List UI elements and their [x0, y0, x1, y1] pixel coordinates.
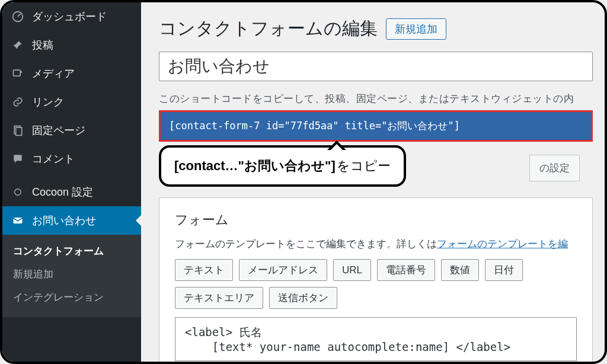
tag-btn-date[interactable]: 日付 — [485, 259, 523, 281]
sidebar-separator — [2, 173, 141, 178]
submenu-item-integration[interactable]: インテグレーション — [2, 286, 141, 309]
form-panel: フォーム フォームのテンプレートをここで編集できます。詳しくはフォームのテンプレ… — [159, 197, 593, 362]
media-icon — [11, 68, 25, 79]
tag-btn-textarea[interactable]: テキストエリア — [175, 287, 263, 309]
sidebar-item-comments[interactable]: コメント — [2, 145, 141, 173]
callout-wrap: [contact…"お問い合わせ"] をコピー の設定 — [159, 142, 593, 193]
dot-icon — [11, 187, 25, 197]
form-title-input[interactable] — [159, 52, 593, 81]
sidebar-item-label: メディア — [32, 66, 75, 81]
tag-btn-email[interactable]: メールアドレス — [239, 259, 327, 281]
panel-description: フォームのテンプレートをここで編集できます。詳しくはフォームのテンプレートを編 — [175, 237, 577, 251]
submenu-item-add-new[interactable]: 新規追加 — [2, 263, 141, 286]
sidebar-item-label: 固定ページ — [32, 123, 85, 138]
main-content: コンタクトフォームの編集 新規追加 このショートコードをコピーして、投稿、固定ペ… — [141, 2, 605, 362]
page-header: コンタクトフォームの編集 新規追加 — [159, 17, 593, 41]
svg-rect-1 — [14, 70, 21, 76]
tag-buttons: テキスト メールアドレス URL 電話番号 数値 日付 テキストエリア 送信ボタ… — [175, 259, 577, 309]
sidebar-item-dashboard[interactable]: ダッシュボード — [2, 2, 141, 31]
submenu-item-contact-forms[interactable]: コンタクトフォーム — [2, 240, 141, 263]
sidebar-item-label: お問い合わせ — [32, 213, 96, 228]
sidebar-item-label: リンク — [32, 95, 64, 109]
tag-btn-submit[interactable]: 送信ボタン — [269, 287, 337, 309]
comment-icon — [11, 153, 25, 165]
dashboard-icon — [11, 10, 25, 23]
svg-rect-4 — [16, 127, 22, 135]
mail-icon — [11, 215, 25, 226]
tag-btn-tel[interactable]: 電話番号 — [377, 259, 435, 281]
callout-rest: をコピー — [337, 157, 391, 175]
sidebar-item-cocoon[interactable]: Cocoon 設定 — [2, 178, 141, 206]
sidebar-item-posts[interactable]: 投稿 — [2, 31, 141, 59]
sidebar-item-links[interactable]: リンク — [2, 88, 141, 116]
link-icon — [11, 96, 25, 108]
page-icon — [11, 124, 25, 136]
panel-heading: フォーム — [175, 211, 577, 229]
tag-btn-number[interactable]: 数値 — [441, 259, 479, 281]
page-title: コンタクトフォームの編集 — [159, 17, 378, 41]
sidebar-submenu: コンタクトフォーム 新規追加 インテグレーション — [2, 235, 141, 317]
sidebar-item-media[interactable]: メディア — [2, 59, 141, 88]
sidebar-item-label: 投稿 — [32, 38, 53, 52]
admin-sidebar: ダッシュボード 投稿 メディア リンク 固定ページ コメント Coco — [2, 2, 141, 362]
instruction-callout: [contact…"お問い合わせ"] をコピー — [159, 145, 406, 187]
svg-point-2 — [20, 71, 22, 73]
tag-btn-url[interactable]: URL — [333, 259, 371, 281]
shortcode-box[interactable]: [contact-form-7 id="77fd5aa" title="お問い合… — [159, 110, 593, 142]
sidebar-item-label: Cocoon 設定 — [32, 185, 93, 199]
callout-bold: [contact…"お問い合わせ"] — [174, 157, 336, 175]
pin-icon — [11, 39, 25, 51]
template-help-link[interactable]: フォームのテンプレートを編 — [437, 238, 568, 250]
shortcode-hint: このショートコードをコピーして、投稿、固定ページ、またはテキストウィジェットの内 — [159, 92, 593, 106]
svg-point-5 — [15, 189, 21, 196]
tag-btn-text[interactable]: テキスト — [175, 259, 233, 281]
tab-extra-settings[interactable]: の設定 — [529, 155, 580, 181]
sidebar-item-label: コメント — [32, 152, 75, 166]
sidebar-item-pages[interactable]: 固定ページ — [2, 116, 141, 145]
sidebar-item-contact[interactable]: お問い合わせ — [2, 206, 141, 235]
form-template-editor[interactable]: <label> 氏名 [text* your-name autocomplete… — [175, 317, 577, 361]
sidebar-item-label: ダッシュボード — [32, 9, 107, 24]
add-new-button[interactable]: 新規追加 — [386, 18, 446, 40]
